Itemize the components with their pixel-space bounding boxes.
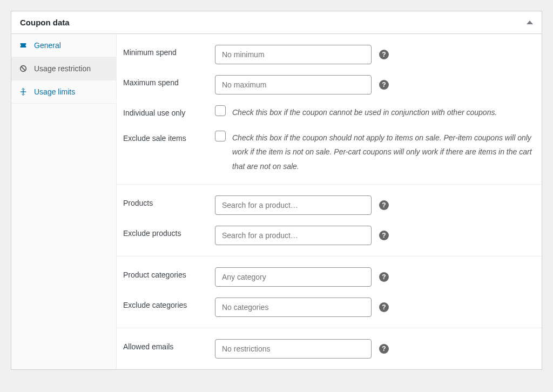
arrows-icon [19, 87, 28, 96]
panel-title: Coupon data [20, 18, 70, 27]
tab-general[interactable]: General [11, 34, 116, 57]
exclude-sale-row: Exclude sale items Check this box if the… [117, 125, 542, 179]
help-icon[interactable]: ? [379, 50, 389, 59]
field-label: Minimum spend [123, 45, 215, 57]
exclude-products-row: Exclude products Search for a product… ? [117, 220, 542, 251]
products-select[interactable]: Search for a product… [215, 195, 372, 215]
field-label: Allowed emails [123, 339, 215, 351]
allowed-emails-input[interactable] [215, 339, 372, 359]
individual-use-row: Individual use only Check this box if th… [117, 100, 542, 125]
maximum-spend-input[interactable] [215, 75, 372, 94]
categories-section: Product categories Any category ? Exclud… [117, 256, 542, 328]
panel-header[interactable]: Coupon data [11, 11, 542, 34]
products-row: Products Search for a product… ? [117, 190, 542, 220]
help-icon[interactable]: ? [379, 344, 389, 354]
panel-body: General Usage restriction Usage limits M… [11, 34, 542, 369]
emails-section: Allowed emails ? [117, 328, 542, 369]
ticket-icon [19, 41, 28, 50]
tab-label: Usage limits [34, 87, 75, 96]
help-icon[interactable]: ? [379, 272, 389, 282]
exclude-categories-select[interactable]: No categories [215, 298, 372, 317]
maximum-spend-row: Maximum spend ? [117, 70, 542, 100]
help-icon[interactable]: ? [379, 80, 389, 90]
field-label: Exclude categories [123, 298, 215, 309]
tab-label: General [34, 41, 61, 50]
field-label: Product categories [123, 267, 215, 279]
individual-use-checkbox[interactable] [215, 105, 226, 116]
product-categories-select[interactable]: Any category [215, 267, 372, 287]
usage-restriction-content: Minimum spend ? Maximum spend ? Individu… [117, 34, 542, 369]
products-section: Products Search for a product… ? Exclude… [117, 185, 542, 256]
allowed-emails-row: Allowed emails ? [117, 334, 542, 364]
exclude-sale-checkbox[interactable] [215, 131, 226, 141]
minimum-spend-row: Minimum spend ? [117, 39, 542, 70]
field-label: Exclude products [123, 226, 215, 238]
help-icon[interactable]: ? [379, 231, 389, 240]
coupon-tabs-sidebar: General Usage restriction Usage limits [11, 34, 117, 369]
coupon-data-panel: Coupon data General Usage restriction [11, 11, 542, 370]
chevron-up-icon[interactable] [527, 21, 533, 24]
field-label: Products [123, 195, 215, 207]
tab-label: Usage restriction [34, 64, 91, 73]
minimum-spend-input[interactable] [215, 45, 372, 64]
field-label: Maximum spend [123, 75, 215, 87]
ban-icon [19, 64, 28, 73]
help-icon[interactable]: ? [379, 302, 389, 312]
checkbox-description: Check this box if the coupon cannot be u… [232, 105, 497, 120]
checkbox-description: Check this box if the coupon should not … [232, 131, 535, 174]
exclude-products-select[interactable]: Search for a product… [215, 226, 372, 245]
tab-usage-limits[interactable]: Usage limits [11, 80, 116, 104]
help-icon[interactable]: ? [379, 200, 389, 210]
spend-section: Minimum spend ? Maximum spend ? Individu… [117, 34, 542, 185]
exclude-categories-row: Exclude categories No categories ? [117, 292, 542, 322]
product-categories-row: Product categories Any category ? [117, 262, 542, 292]
field-label: Individual use only [123, 105, 215, 117]
svg-line-1 [21, 66, 25, 70]
field-label: Exclude sale items [123, 131, 215, 143]
tab-usage-restriction[interactable]: Usage restriction [11, 57, 116, 80]
